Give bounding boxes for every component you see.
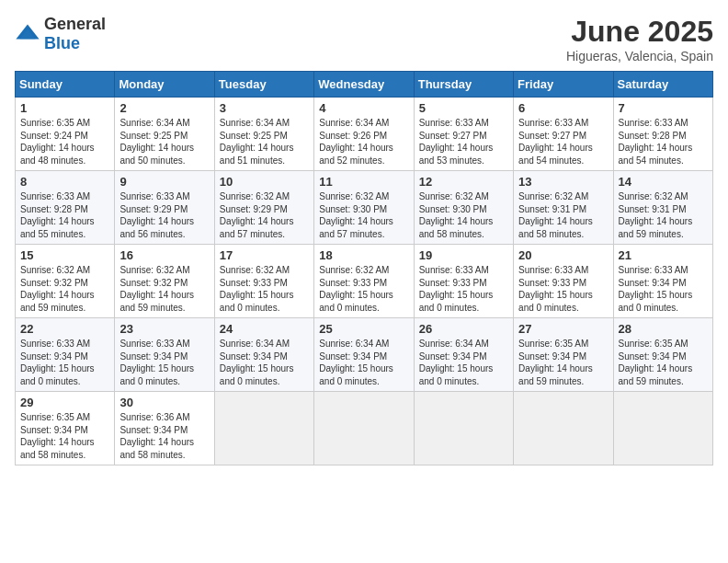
header-monday: Monday [115,72,214,98]
day-info: Sunrise: 6:32 AMSunset: 9:31 PMDaylight:… [619,190,708,240]
page-header: General Blue June 2025 Higueras, Valenci… [15,15,713,63]
day-info: Sunrise: 6:32 AMSunset: 9:30 PMDaylight:… [319,190,408,240]
calendar-cell: 3Sunrise: 6:34 AMSunset: 9:25 PMDaylight… [214,98,313,171]
day-info: Sunrise: 6:34 AMSunset: 9:34 PMDaylight:… [319,338,408,387]
calendar-cell: 23Sunrise: 6:33 AMSunset: 9:34 PMDayligh… [115,318,214,392]
location-title: Higueras, Valencia, Spain [566,49,713,63]
title-area: June 2025 Higueras, Valencia, Spain [566,15,713,63]
day-number: 29 [20,396,109,409]
day-info: Sunrise: 6:33 AMSunset: 9:28 PMDaylight:… [20,190,109,240]
calendar-cell: 24Sunrise: 6:34 AMSunset: 9:34 PMDayligh… [214,318,313,392]
day-number: 5 [419,101,508,115]
calendar-cell [613,392,712,465]
calendar-cell [314,392,414,465]
calendar-cell: 16Sunrise: 6:32 AMSunset: 9:32 PMDayligh… [115,245,214,318]
calendar-cell: 19Sunrise: 6:33 AMSunset: 9:33 PMDayligh… [414,245,513,318]
calendar-cell [414,392,513,465]
calendar-cell: 5Sunrise: 6:33 AMSunset: 9:27 PMDaylight… [414,98,513,171]
calendar-cell: 7Sunrise: 6:33 AMSunset: 9:28 PMDaylight… [613,98,712,171]
day-info: Sunrise: 6:33 AMSunset: 9:34 PMDaylight:… [119,338,209,387]
day-number: 13 [518,175,608,189]
day-info: Sunrise: 6:34 AMSunset: 9:25 PMDaylight:… [220,117,309,167]
day-info: Sunrise: 6:33 AMSunset: 9:34 PMDaylight:… [20,338,109,387]
day-number: 15 [20,248,109,262]
calendar-cell: 21Sunrise: 6:33 AMSunset: 9:34 PMDayligh… [613,245,712,318]
day-info: Sunrise: 6:33 AMSunset: 9:28 PMDaylight:… [619,117,708,167]
day-number: 12 [419,175,508,189]
day-number: 26 [419,322,508,336]
day-info: Sunrise: 6:32 AMSunset: 9:29 PMDaylight:… [220,190,309,240]
day-info: Sunrise: 6:33 AMSunset: 9:27 PMDaylight:… [419,117,508,167]
calendar-cell: 10Sunrise: 6:32 AMSunset: 9:29 PMDayligh… [214,171,313,245]
day-info: Sunrise: 6:32 AMSunset: 9:32 PMDaylight:… [119,264,209,314]
day-number: 3 [220,101,309,115]
calendar-cell: 1Sunrise: 6:35 AMSunset: 9:24 PMDaylight… [16,98,115,171]
day-number: 14 [619,175,708,189]
day-info: Sunrise: 6:34 AMSunset: 9:25 PMDaylight:… [119,117,209,167]
logo-blue: Blue [44,34,80,52]
day-info: Sunrise: 6:33 AMSunset: 9:34 PMDaylight:… [619,264,708,314]
day-number: 21 [619,248,708,262]
day-number: 20 [518,248,608,262]
day-info: Sunrise: 6:32 AMSunset: 9:30 PMDaylight:… [419,190,508,240]
calendar-row: 1Sunrise: 6:35 AMSunset: 9:24 PMDaylight… [16,98,713,171]
calendar-cell: 9Sunrise: 6:33 AMSunset: 9:29 PMDaylight… [115,171,214,245]
day-info: Sunrise: 6:35 AMSunset: 9:34 PMDaylight:… [518,338,608,387]
calendar-cell: 20Sunrise: 6:33 AMSunset: 9:33 PMDayligh… [514,245,613,318]
header-wednesday: Wednesday [314,72,414,98]
day-info: Sunrise: 6:36 AMSunset: 9:34 PMDaylight:… [119,411,209,461]
day-info: Sunrise: 6:34 AMSunset: 9:34 PMDaylight:… [419,338,508,387]
calendar-cell: 4Sunrise: 6:34 AMSunset: 9:26 PMDaylight… [314,98,414,171]
header-sunday: Sunday [16,72,115,98]
day-number: 17 [220,248,309,262]
day-number: 4 [319,101,408,115]
day-info: Sunrise: 6:34 AMSunset: 9:34 PMDaylight:… [220,338,309,387]
day-number: 30 [119,396,209,409]
header-thursday: Thursday [414,72,513,98]
calendar-row: 29Sunrise: 6:35 AMSunset: 9:34 PMDayligh… [16,392,713,465]
day-number: 11 [319,175,408,189]
day-info: Sunrise: 6:32 AMSunset: 9:31 PMDaylight:… [518,190,608,240]
calendar-cell: 13Sunrise: 6:32 AMSunset: 9:31 PMDayligh… [514,171,613,245]
logo-icon [15,21,40,47]
calendar-cell [514,392,613,465]
day-number: 8 [20,175,109,189]
day-number: 22 [20,322,109,336]
day-info: Sunrise: 6:35 AMSunset: 9:24 PMDaylight:… [20,117,109,167]
calendar-cell: 27Sunrise: 6:35 AMSunset: 9:34 PMDayligh… [514,318,613,392]
header-tuesday: Tuesday [214,72,313,98]
calendar-cell: 6Sunrise: 6:33 AMSunset: 9:27 PMDaylight… [514,98,613,171]
day-info: Sunrise: 6:34 AMSunset: 9:26 PMDaylight:… [319,117,408,167]
day-info: Sunrise: 6:35 AMSunset: 9:34 PMDaylight:… [20,411,109,461]
calendar-cell: 17Sunrise: 6:32 AMSunset: 9:33 PMDayligh… [214,245,313,318]
month-title: June 2025 [566,15,713,49]
calendar-cell: 26Sunrise: 6:34 AMSunset: 9:34 PMDayligh… [414,318,513,392]
day-number: 6 [518,101,608,115]
day-number: 18 [319,248,408,262]
calendar-row: 8Sunrise: 6:33 AMSunset: 9:28 PMDaylight… [16,171,713,245]
day-info: Sunrise: 6:33 AMSunset: 9:29 PMDaylight:… [119,190,209,240]
calendar-table: SundayMondayTuesdayWednesdayThursdayFrid… [15,71,713,465]
day-number: 28 [619,322,708,336]
calendar-cell: 28Sunrise: 6:35 AMSunset: 9:34 PMDayligh… [613,318,712,392]
day-number: 19 [419,248,508,262]
day-info: Sunrise: 6:33 AMSunset: 9:27 PMDaylight:… [518,117,608,167]
logo-general: General [44,15,106,33]
calendar-row: 15Sunrise: 6:32 AMSunset: 9:32 PMDayligh… [16,245,713,318]
calendar-cell: 15Sunrise: 6:32 AMSunset: 9:32 PMDayligh… [16,245,115,318]
calendar-cell: 14Sunrise: 6:32 AMSunset: 9:31 PMDayligh… [613,171,712,245]
day-number: 24 [220,322,309,336]
day-number: 9 [119,175,209,189]
day-info: Sunrise: 6:32 AMSunset: 9:33 PMDaylight:… [220,264,309,314]
calendar-cell: 11Sunrise: 6:32 AMSunset: 9:30 PMDayligh… [314,171,414,245]
day-info: Sunrise: 6:32 AMSunset: 9:33 PMDaylight:… [319,264,408,314]
calendar-cell: 22Sunrise: 6:33 AMSunset: 9:34 PMDayligh… [16,318,115,392]
day-info: Sunrise: 6:32 AMSunset: 9:32 PMDaylight:… [20,264,109,314]
calendar-cell: 2Sunrise: 6:34 AMSunset: 9:25 PMDaylight… [115,98,214,171]
calendar-cell [214,392,313,465]
day-info: Sunrise: 6:33 AMSunset: 9:33 PMDaylight:… [419,264,508,314]
day-number: 25 [319,322,408,336]
calendar-cell: 29Sunrise: 6:35 AMSunset: 9:34 PMDayligh… [16,392,115,465]
header-saturday: Saturday [613,72,712,98]
day-number: 23 [119,322,209,336]
